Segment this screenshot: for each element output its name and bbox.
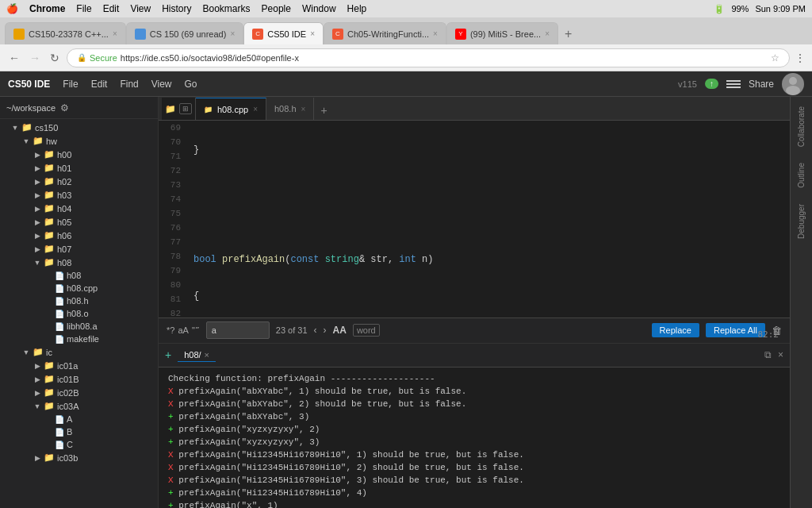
menu-people[interactable]: People	[262, 3, 291, 14]
ide-menu-edit[interactable]: Edit	[91, 79, 108, 90]
tree-folder-h05[interactable]: ▶ 📁 h05	[0, 215, 158, 229]
tree-file-B[interactable]: 📄 B	[0, 425, 158, 438]
tree-file-h08h[interactable]: 📄 h08.h	[0, 294, 158, 307]
replace-all-button[interactable]: Replace All	[706, 323, 765, 337]
tree-folder-hw[interactable]: ▼ 📁 hw	[0, 134, 158, 148]
tree-file-C[interactable]: 📄 C	[0, 438, 158, 451]
menu-edit[interactable]: Edit	[103, 3, 120, 14]
ide-menu-view[interactable]: View	[151, 79, 172, 90]
menu-help[interactable]: Help	[347, 3, 367, 14]
editor-tab-close[interactable]: ×	[301, 105, 306, 114]
menu-bookmarks[interactable]: Bookmarks	[203, 3, 251, 14]
tree-folder-ic01a[interactable]: ▶ 📁 ic01a	[0, 359, 158, 372]
new-tab-button[interactable]: +	[558, 24, 578, 44]
find-prev-icon[interactable]: ‹	[314, 325, 317, 336]
folder-label: h03	[57, 190, 71, 200]
ide-menu-go[interactable]: Go	[185, 79, 197, 90]
tab-close-4[interactable]: ×	[433, 29, 438, 38]
split-icon[interactable]: ⊞	[179, 103, 192, 114]
terminal-new-icon[interactable]: +	[165, 348, 171, 361]
tree-folder-ic01B[interactable]: ▶ 📁 ic01B	[0, 372, 158, 386]
arrow-icon: ▶	[33, 218, 41, 226]
folder-icon: 📁	[44, 190, 55, 200]
tree-folder-h04[interactable]: ▶ 📁 h04	[0, 202, 158, 215]
find-word-icon[interactable]: "ˮ	[192, 325, 200, 336]
tree-file-h08o[interactable]: 📄 h08.o	[0, 307, 158, 320]
collaborate-tab[interactable]: Collaborate	[797, 103, 806, 150]
tree-folder-ic[interactable]: ▼ 📁 ic	[0, 345, 158, 359]
folder-label: h06	[57, 231, 71, 241]
tree-file-makefile[interactable]: 📄 makefile	[0, 333, 158, 345]
tab-close-2[interactable]: ×	[230, 29, 235, 38]
editor-tab-h08h[interactable]: h08.h ×	[266, 98, 314, 120]
tree-folder-ic03A[interactable]: ▼ 📁 ic03A	[0, 399, 158, 413]
find-regex-icon[interactable]: *?	[167, 325, 174, 336]
tree-file-h08[interactable]: 📄 h08	[0, 269, 158, 282]
folder-label: ic03A	[57, 402, 79, 411]
tree-folder-h01[interactable]: ▶ 📁 h01	[0, 161, 158, 175]
find-font-size-icon[interactable]: AA	[333, 325, 347, 336]
file-icon: 📄	[55, 428, 64, 437]
ide-menu-file[interactable]: File	[63, 79, 78, 90]
new-editor-tab-button[interactable]: +	[314, 101, 333, 120]
terminal-close-icon[interactable]: ×	[778, 349, 783, 360]
replace-button[interactable]: Replace	[652, 323, 699, 337]
tree-folder-cs150[interactable]: ▼ 📁 cs150	[0, 121, 158, 134]
ide-menu-find[interactable]: Find	[120, 79, 138, 90]
lock-icon: 🔒	[77, 53, 86, 62]
tree-folder-h08[interactable]: ▼ 📁 h08	[0, 256, 158, 269]
tree-folder-ic03b[interactable]: ▶ 📁 ic03b	[0, 451, 158, 464]
tab-close-5[interactable]: ×	[545, 29, 550, 38]
tab-folder-indicator: 📁	[204, 106, 213, 114]
tree-file-h08cpp[interactable]: 📄 h08.cpp	[0, 282, 158, 294]
browser-tab-3[interactable]: C CS50 IDE ×	[243, 22, 324, 44]
term-line: + prefixAgain("xyzxyzyxy", 2)	[168, 423, 780, 436]
editor-tab-close[interactable]: ×	[253, 105, 258, 114]
code-editor[interactable]: 69 70 71 72 73 74 75 76 77 78 79 80 81 8…	[159, 121, 790, 318]
back-button[interactable]: ←	[6, 52, 22, 64]
share-button[interactable]: Share	[749, 79, 774, 90]
find-case-icon[interactable]: aA	[178, 325, 188, 336]
tree-folder-h06[interactable]: ▶ 📁 h06	[0, 229, 158, 242]
menu-view[interactable]: View	[130, 3, 151, 14]
browser-tab-1[interactable]: CS150-23378 C++... ×	[5, 22, 126, 44]
url-bar[interactable]: 🔒 Secure https://ide.cs50.io/soctavio98/…	[67, 48, 790, 67]
editor-tab-label: h08.h	[274, 104, 297, 114]
menu-file[interactable]: File	[76, 3, 91, 14]
app-name: Chrome	[29, 3, 65, 14]
right-panel: 📁 ⊞ 📁 h08.cpp × h08.h × +	[159, 97, 790, 508]
tab-close-3[interactable]: ×	[310, 29, 315, 38]
code-content[interactable]: } bool prefixAgain(const string& str, in…	[187, 121, 790, 318]
menu-history[interactable]: History	[162, 3, 191, 14]
tree-folder-h07[interactable]: ▶ 📁 h07	[0, 242, 158, 256]
tree-folder-h02[interactable]: ▶ 📁 h02	[0, 175, 158, 188]
tree-file-A[interactable]: 📄 A	[0, 413, 158, 425]
browser-tab-2[interactable]: CS 150 (69 unread) ×	[126, 22, 243, 44]
arrow-icon: ▶	[33, 362, 41, 370]
apple-icon[interactable]: 🍎	[6, 3, 18, 14]
editor-tab-h08cpp[interactable]: 📁 h08.cpp ×	[196, 98, 266, 120]
tree-folder-h03[interactable]: ▶ 📁 h03	[0, 188, 158, 202]
refresh-button[interactable]: ↻	[48, 52, 62, 64]
find-next-icon[interactable]: ›	[324, 325, 327, 336]
tree-file-libh08[interactable]: 📄 libh08.a	[0, 320, 158, 333]
find-input[interactable]: a	[206, 321, 270, 339]
forward-button[interactable]: →	[27, 52, 43, 64]
browser-more-icon[interactable]: ⋮	[795, 52, 806, 64]
browser-tab-4[interactable]: C Ch05-WritingFuncti... ×	[324, 22, 446, 44]
browser-tab-5[interactable]: Y (99) MitiS - Bree... ×	[446, 22, 558, 44]
bookmark-star-icon[interactable]: ☆	[771, 52, 779, 64]
layout-icon[interactable]	[726, 80, 741, 88]
tree-folder-h00[interactable]: ▶ 📁 h00	[0, 148, 158, 161]
find-word-boundary[interactable]: word	[353, 324, 380, 337]
tab-close-1[interactable]: ×	[113, 29, 117, 38]
terminal-tab-close[interactable]: ×	[205, 350, 209, 360]
settings-icon[interactable]: ⚙	[60, 102, 69, 114]
url-text: https://ide.cs50.io/soctavio98/ide50#ope…	[121, 53, 299, 63]
tree-folder-ic02B[interactable]: ▶ 📁 ic02B	[0, 386, 158, 399]
menu-window[interactable]: Window	[302, 3, 336, 14]
terminal-copy-icon[interactable]: ⧉	[764, 349, 772, 360]
outline-tab[interactable]: Outline	[797, 160, 806, 191]
debugger-tab[interactable]: Debugger	[797, 201, 806, 242]
terminal-tab-h08[interactable]: h08/ ×	[178, 348, 216, 362]
